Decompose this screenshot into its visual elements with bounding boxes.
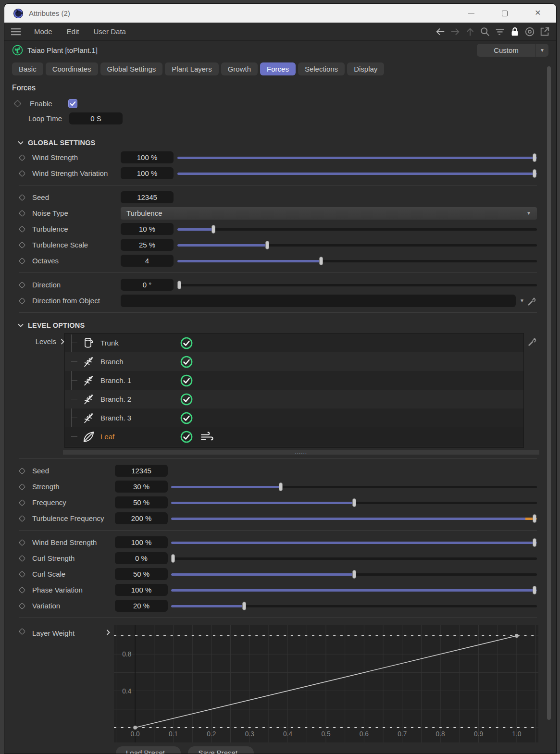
menu-edit[interactable]: Edit xyxy=(67,27,79,36)
tab-basic[interactable]: Basic xyxy=(12,62,43,75)
minimize-button[interactable] xyxy=(468,13,474,13)
direction-slider[interactable] xyxy=(177,281,537,289)
open-window-icon[interactable] xyxy=(539,26,550,37)
tab-plant-layers[interactable]: Plant Layers xyxy=(165,62,218,75)
preset-dropdown[interactable]: Custom ▼ xyxy=(477,44,548,57)
variation-input[interactable]: 20 % xyxy=(115,600,168,612)
curl-strength-input[interactable]: 0 % xyxy=(115,552,168,564)
tab-selections[interactable]: Selections xyxy=(298,62,345,75)
level-options-header[interactable]: LEVEL OPTIONS xyxy=(4,317,556,332)
turbulence-slider[interactable] xyxy=(177,225,537,234)
slider-handle[interactable] xyxy=(352,570,356,579)
phase-variation-input[interactable]: 100 % xyxy=(115,584,168,596)
diamond-icon[interactable] xyxy=(19,483,25,490)
layer-weight-curve-editor[interactable]: 0.40.80.00.10.20.30.40.50.60.70.80.91.0 xyxy=(114,625,538,742)
menu-user-data[interactable]: User Data xyxy=(93,27,126,36)
chevron-right-icon[interactable] xyxy=(106,630,110,635)
level-row-leaf[interactable]: Leaf xyxy=(65,427,523,446)
check-badge-icon[interactable] xyxy=(180,336,193,350)
diamond-icon[interactable] xyxy=(19,628,25,635)
up-icon[interactable] xyxy=(464,26,476,37)
direction-from-object-field[interactable] xyxy=(121,295,516,307)
frequency-slider[interactable] xyxy=(171,498,537,507)
resize-grip[interactable]: ...... xyxy=(63,450,539,455)
slider-handle[interactable] xyxy=(533,538,536,547)
check-badge-icon[interactable] xyxy=(180,411,193,425)
wind-bend-strength-slider[interactable] xyxy=(171,538,537,547)
level-seed-input[interactable]: 12345 xyxy=(115,465,168,477)
curl-scale-slider[interactable] xyxy=(171,570,537,579)
wind-strength-variation-input[interactable]: 100 % xyxy=(121,167,174,179)
loop-time-input[interactable]: 0 S xyxy=(69,112,123,124)
save-preset-button[interactable]: Save Preset... xyxy=(188,746,253,754)
diamond-icon[interactable] xyxy=(19,154,25,161)
enable-checkbox[interactable] xyxy=(68,99,77,108)
diamond-icon[interactable] xyxy=(19,225,25,232)
strength-slider[interactable] xyxy=(171,482,537,491)
diamond-icon[interactable] xyxy=(19,539,25,545)
level-row-branch-2[interactable]: Branch. 2 xyxy=(65,390,523,408)
diamond-icon[interactable] xyxy=(19,467,25,474)
check-badge-icon[interactable] xyxy=(180,393,193,406)
target-icon[interactable] xyxy=(524,26,535,37)
wind-strength-input[interactable]: 100 % xyxy=(121,151,174,163)
octaves-input[interactable]: 4 xyxy=(121,255,174,267)
octaves-slider[interactable] xyxy=(177,257,537,265)
slider-handle[interactable] xyxy=(533,514,536,523)
slider-handle[interactable] xyxy=(533,169,536,178)
curl-strength-slider[interactable] xyxy=(171,554,537,563)
diamond-icon[interactable] xyxy=(19,210,25,216)
level-row-branch[interactable]: Branch xyxy=(65,352,523,371)
diamond-icon[interactable] xyxy=(19,257,25,264)
vertical-scrollbar[interactable] xyxy=(547,66,551,720)
slider-handle[interactable] xyxy=(533,586,536,594)
tab-growth[interactable]: Growth xyxy=(221,62,258,75)
check-badge-icon[interactable] xyxy=(180,430,193,444)
phase-variation-slider[interactable] xyxy=(171,586,537,594)
diamond-icon[interactable] xyxy=(19,602,25,609)
slider-handle[interactable] xyxy=(352,498,356,507)
curl-scale-input[interactable]: 50 % xyxy=(115,568,168,580)
slider-handle[interactable] xyxy=(242,602,246,610)
maximize-button[interactable] xyxy=(502,11,508,16)
slider-handle[interactable] xyxy=(212,225,215,234)
diamond-icon[interactable] xyxy=(19,241,25,248)
noise-type-dropdown[interactable]: Turbulence ▼ xyxy=(121,207,537,220)
turbulence-scale-slider[interactable] xyxy=(177,241,537,249)
eyedropper-icon[interactable] xyxy=(527,336,537,346)
hamburger-menu-icon[interactable] xyxy=(10,26,22,37)
diamond-icon[interactable] xyxy=(14,99,22,107)
tab-global-settings[interactable]: Global Settings xyxy=(100,62,163,75)
slider-handle[interactable] xyxy=(265,241,269,249)
diamond-icon[interactable] xyxy=(19,586,25,593)
wind-bend-strength-input[interactable]: 100 % xyxy=(115,536,168,548)
forward-icon[interactable] xyxy=(449,26,461,37)
slider-handle[interactable] xyxy=(533,153,536,162)
turbulence-frequency-input[interactable]: 200 % xyxy=(115,512,168,524)
turbulence-input[interactable]: 10 % xyxy=(121,223,174,235)
direction-input[interactable]: 0 ° xyxy=(121,279,174,291)
turbulence-frequency-slider[interactable] xyxy=(171,514,537,523)
diamond-icon[interactable] xyxy=(19,194,25,200)
close-button[interactable]: × xyxy=(535,9,541,18)
diamond-icon[interactable] xyxy=(19,570,25,577)
wind-strength-variation-slider[interactable] xyxy=(177,169,537,178)
load-preset-button[interactable]: Load Preset... xyxy=(116,746,181,754)
slider-handle[interactable] xyxy=(279,482,283,491)
global-settings-header[interactable]: GLOBAL SETTINGS xyxy=(4,134,556,149)
frequency-input[interactable]: 50 % xyxy=(115,496,168,508)
strength-input[interactable]: 30 % xyxy=(115,481,168,493)
turbulence-scale-input[interactable]: 25 % xyxy=(121,239,174,251)
tab-coordinates[interactable]: Coordinates xyxy=(46,62,98,75)
eyedropper-icon[interactable] xyxy=(526,296,537,306)
slider-handle[interactable] xyxy=(177,281,181,289)
diamond-icon[interactable] xyxy=(19,170,25,176)
tab-display[interactable]: Display xyxy=(347,62,384,75)
tab-forces[interactable]: Forces xyxy=(260,62,296,75)
diamond-icon[interactable] xyxy=(19,499,25,506)
level-row-branch-3[interactable]: Branch. 3 xyxy=(65,408,523,427)
wind-strength-slider[interactable] xyxy=(177,153,537,162)
variation-slider[interactable] xyxy=(171,602,537,610)
dropdown-arrow-icon[interactable]: ▼ xyxy=(520,298,524,303)
diamond-icon[interactable] xyxy=(19,515,25,521)
